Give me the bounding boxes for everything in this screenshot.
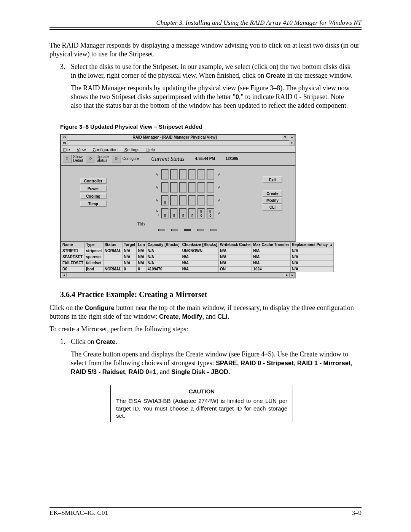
disk-slot[interactable]: [179, 169, 187, 180]
p1-configure: Configure: [85, 304, 115, 312]
type-spare-raid0: SPARE, RAID 0 - Stripeset: [216, 359, 294, 367]
disk-slot[interactable]: [170, 195, 178, 206]
table-cell: 1024: [252, 266, 291, 272]
table-cell: NORMAL: [103, 266, 123, 272]
table-header[interactable]: Chunksize [Blocks]: [181, 242, 218, 248]
menu-view[interactable]: View: [77, 147, 86, 151]
table-cell: FAILEDSET: [61, 260, 85, 266]
table-cell: spareset: [85, 254, 104, 260]
table-cell: N/A: [218, 248, 252, 254]
disk-slot[interactable]: [188, 169, 196, 180]
table-header[interactable]: Lun: [137, 242, 146, 248]
disk-slot[interactable]: [161, 182, 169, 193]
controller-button[interactable]: Controller: [80, 178, 107, 184]
raid-manager-window: ▭ RAID Manager - [RAID Manager Physical …: [60, 134, 296, 278]
table-cell: [103, 260, 123, 266]
table-cell: N/A: [146, 260, 181, 266]
disk-slot[interactable]: ▯: [161, 195, 169, 206]
disk-slot[interactable]: [207, 182, 214, 193]
scroll-left-button[interactable]: ◂: [61, 273, 67, 277]
step-3-text-b: in the message window.: [285, 72, 352, 79]
table-header[interactable]: Status: [103, 242, 123, 248]
child-restore-button[interactable]: ♦: [289, 141, 295, 146]
table-header[interactable]: Type: [85, 242, 104, 248]
disk-slot[interactable]: [179, 195, 187, 206]
step-3-number: 3.: [60, 62, 71, 114]
table-cell: N/A: [181, 260, 218, 266]
disk-slot[interactable]: ▯: [161, 208, 169, 219]
disk-slot-stripeset[interactable]: ▯0: [198, 208, 205, 219]
disk-slot[interactable]: ▯: [188, 208, 196, 219]
shelf-grid: ↳↲ ↳↲ ↳▯↲ ↳J▯▯▯▯▯0▯0↲ This: [126, 166, 250, 241]
table-cell: [103, 254, 123, 260]
menu-settings[interactable]: Settings: [124, 147, 140, 151]
table-header[interactable]: Max Cache Transfer: [252, 242, 291, 248]
disk-slot[interactable]: [188, 195, 196, 206]
menu-help[interactable]: Help: [147, 147, 155, 151]
table-header[interactable]: Replacement Policy: [290, 242, 329, 248]
tool-update-status[interactable]: ⟳ UpdateStatus: [86, 155, 109, 163]
disk-slot[interactable]: [198, 169, 205, 180]
p1-create: Create: [159, 313, 179, 320]
table-row[interactable]: SPARESETsparesetN/AN/AN/AN/AN/AN/AN/A: [61, 254, 334, 260]
table-cell: N/A: [123, 260, 137, 266]
disk-slot[interactable]: [161, 169, 169, 180]
disk-slot[interactable]: [188, 182, 196, 193]
table-cell: D0: [61, 266, 85, 272]
table-header[interactable]: Capacity [Blocks]: [146, 242, 181, 248]
table-header[interactable]: Target: [123, 242, 137, 248]
cli-button[interactable]: CLI: [263, 204, 282, 211]
child-system-menu-icon[interactable]: ▭: [61, 141, 67, 146]
page-footer: EK–SMRAC–IG. C01 3–9: [49, 506, 362, 517]
type-jbod: Single Disk - JBOD.: [171, 368, 230, 375]
disk-slot[interactable]: [207, 195, 214, 206]
power-button[interactable]: Power: [80, 185, 107, 192]
cooling-button[interactable]: Cooling: [80, 193, 107, 199]
system-menu-icon[interactable]: ▭: [61, 135, 67, 140]
section-3-6-4-heading: 3.6.4 Practice Example: Creating a Mirro…: [60, 290, 362, 300]
tool-configure[interactable]: ⚙ Configure: [112, 155, 139, 163]
menu-configuration[interactable]: Configuration: [92, 147, 117, 151]
table-header[interactable]: Writeback Cache: [218, 242, 252, 248]
status-led: [171, 229, 178, 231]
type-raid01: RAID 0+1: [129, 368, 156, 375]
modify-button[interactable]: Modify: [263, 197, 282, 204]
table-cell: N/A: [137, 254, 146, 260]
status-led: [184, 229, 191, 231]
table-row[interactable]: STRIPE1stripesetNORMALN/AN/AN/AUNKNOWNN/…: [61, 248, 334, 254]
disk-slot[interactable]: ▯: [179, 208, 187, 219]
p1-modify: Modify: [182, 313, 202, 320]
table-row[interactable]: D0jbodNORMAL004109470N/AON1024N/A: [61, 266, 334, 272]
disk-slot[interactable]: [170, 182, 178, 193]
table-row[interactable]: FAILEDSETfailedsetN/AN/AN/AN/AN/AN/AN/A: [61, 260, 334, 266]
menu-file[interactable]: File: [63, 147, 70, 151]
scroll-up-button[interactable]: ▴: [329, 242, 334, 248]
disk-slot[interactable]: [198, 182, 205, 193]
disk-slot[interactable]: [207, 169, 214, 180]
table-cell: N/A: [290, 266, 329, 272]
footer-doc-id: EK–SMRAC–IG. C01: [49, 509, 108, 517]
disk-slot[interactable]: [198, 195, 205, 206]
table-cell: N/A: [218, 260, 252, 266]
table-cell: 4109470: [146, 266, 181, 272]
scroll-right-button2[interactable]: ▸: [290, 273, 295, 277]
type-raid53: RAID 5/3 - Raidset: [71, 368, 125, 375]
exit-button[interactable]: Exit: [263, 176, 282, 183]
table-header[interactable]: Name: [61, 242, 85, 248]
horizontal-scrollbar[interactable]: ◂ ▸ ▸: [61, 272, 295, 278]
maximize-button[interactable]: ▴: [289, 135, 295, 140]
table-cell: 0: [123, 266, 137, 272]
tool-show-detail[interactable]: ⠿ ShowDetail: [62, 155, 83, 163]
show-detail-icon: ⠿: [62, 155, 72, 163]
scroll-right-button[interactable]: ▸: [284, 273, 290, 277]
minimize-button[interactable]: ▾: [282, 135, 288, 140]
disk-slot[interactable]: [179, 182, 187, 193]
physical-view-area: Controller Power Cooling Temp ↳↲ ↳↲ ↳▯↲ …: [61, 165, 296, 241]
create-button[interactable]: Create: [263, 190, 282, 197]
disk-slot-stripeset[interactable]: ▯0: [207, 208, 214, 219]
table-cell: N/A: [137, 260, 146, 266]
table-cell: N/A: [146, 254, 181, 260]
disk-slot[interactable]: [170, 169, 178, 180]
temp-button[interactable]: Temp: [80, 201, 107, 207]
disk-slot[interactable]: ▯: [170, 208, 178, 219]
